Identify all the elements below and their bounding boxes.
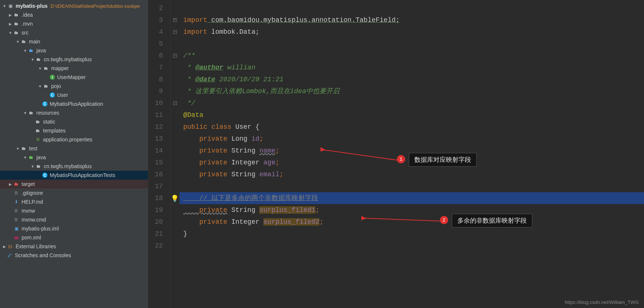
tree-folder-mvn[interactable]: ▶ 🖿 .mvn — [0, 19, 148, 28]
class-icon: C — [50, 92, 55, 98]
folder-icon: 🖿 — [13, 30, 19, 36]
folder-icon: 🖿 — [21, 39, 27, 45]
iml-file-icon: ▣ — [13, 226, 19, 232]
chevron-right-icon: ▶ — [8, 22, 13, 26]
fold-end-icon[interactable]: − — [173, 101, 177, 105]
interface-icon: I — [50, 75, 55, 80]
tree-file-appprops[interactable]: ⚙ application.properties — [0, 135, 148, 144]
code-editor[interactable]: 2 3 4 5 6 7 8 9 10 11 12 13 14 15 16 17 … — [148, 0, 644, 308]
file-icon: 🗎 — [13, 208, 19, 214]
tree-folder-templates[interactable]: 🖿 templates — [0, 126, 148, 135]
code-line: */ — [180, 97, 644, 109]
code-line: * @author willian — [180, 62, 644, 73]
tree-folder-pojo[interactable]: ▼ 🖿 pojo — [0, 82, 148, 91]
tree-folder-static[interactable]: 🖿 static — [0, 117, 148, 126]
chevron-right-icon: ▶ — [8, 13, 13, 17]
file-icon: 🗎 — [13, 217, 19, 223]
tree-folder-main[interactable]: ▼ 🖿 main — [0, 37, 148, 46]
chevron-down-icon: ▼ — [16, 146, 20, 151]
folder-icon: 🖿 — [35, 128, 41, 134]
scratches-icon: 🖉 — [7, 252, 13, 258]
tree-file-gitignore[interactable]: 🗎 .gitignore — [0, 189, 148, 197]
chevron-down-icon: ▼ — [38, 84, 42, 88]
class-icon: C — [42, 173, 47, 178]
code-line: private Long id; — [180, 133, 644, 145]
tree-folder-idea[interactable]: ▶ 🖿 .idea — [0, 10, 148, 19]
tree-folder-target[interactable]: ▶ 🖿 target — [0, 180, 148, 189]
chevron-down-icon: ▼ — [16, 39, 20, 44]
code-line — [180, 180, 644, 192]
code-line: // 以下是多余的两个非数据库映射字段 — [180, 192, 644, 204]
tree-file-help[interactable]: ⬇ HELP.md — [0, 197, 148, 206]
folder-icon: 🖿 — [13, 21, 19, 27]
tree-folder-mapper[interactable]: ▼ 🖿 mapper — [0, 64, 148, 73]
tree-external-libraries[interactable]: ▶ ⫿⫿ External Libraries — [0, 242, 148, 251]
fold-collapse-icon[interactable]: − — [173, 30, 177, 34]
chevron-down-icon: ▼ — [38, 66, 42, 71]
folder-icon: 🖿 — [35, 119, 41, 125]
module-icon: ▣ — [7, 3, 13, 9]
folder-icon: 🖿 — [13, 12, 19, 18]
code-line: * @date 2020/10/29 21:21 — [180, 73, 644, 85]
code-area[interactable]: import com.baomidou.mybatisplus.annotati… — [180, 0, 644, 308]
tree-class-user[interactable]: C User — [0, 91, 148, 99]
tree-file-iml[interactable]: ▣ mybatis-plus.iml — [0, 224, 148, 233]
tree-class-testclass[interactable]: C MybatisPlusApplicationTests — [0, 171, 148, 180]
test-src-folder-icon: 🖿 — [28, 154, 34, 160]
fold-column[interactable]: + − − − 💡 — [171, 0, 180, 308]
fold-expand-icon[interactable]: + — [173, 18, 177, 22]
file-icon: 🗎 — [13, 190, 19, 196]
fold-collapse-icon[interactable]: − — [173, 54, 177, 58]
tree-folder-java[interactable]: ▼ 🖿 java — [0, 46, 148, 55]
package-icon: 🖿 — [43, 83, 49, 89]
annotation-label-2: 多余的非数据库映射字段 — [452, 214, 532, 227]
src-folder-icon: 🖿 — [28, 47, 34, 53]
code-line: /** — [180, 50, 644, 62]
code-line — [180, 240, 644, 252]
project-name: mybatis-plus — [16, 3, 47, 9]
package-icon: 🖿 — [36, 163, 42, 169]
annotation-badge-1: 1 — [397, 155, 405, 163]
tree-class-app[interactable]: C MybatisPlusApplication — [0, 99, 148, 108]
tree-scratches[interactable]: 🖉 Scratches and Consoles — [0, 251, 148, 260]
annotation-badge-2: 2 — [440, 216, 448, 224]
resources-folder-icon: 🖿 — [28, 110, 34, 116]
excluded-folder-icon: 🖿 — [13, 181, 19, 187]
tree-package-test[interactable]: ▼ 🖿 cn.twgfs.mybatisplus — [0, 162, 148, 171]
code-line: private String email; — [180, 168, 644, 180]
chevron-down-icon: ▼ — [23, 111, 27, 115]
properties-file-icon: ⚙ — [35, 137, 41, 142]
tree-class-usermapper[interactable]: I UserMapper — [0, 73, 148, 82]
code-line: public class User { — [180, 121, 644, 133]
folder-icon: 🖿 — [21, 145, 27, 151]
project-path: D:\IDEAINStall\IdeaProject\dubbo-zookpe — [50, 3, 140, 9]
code-line: private Integer surplus_filed2; — [180, 216, 644, 228]
watermark: https://blog.csdn.net/William_TWG — [565, 299, 639, 305]
class-icon: C — [42, 101, 47, 107]
tree-file-mvnw[interactable]: 🗎 mvnw — [0, 206, 148, 215]
code-line: import lombok.Data; — [180, 26, 644, 38]
tree-folder-resources[interactable]: ▼ 🖿 resources — [0, 108, 148, 117]
tree-file-mvnwcmd[interactable]: 🗎 mvnw.cmd — [0, 215, 148, 224]
tree-project-root[interactable]: ▼ ▣ mybatis-plus D:\IDEAINStall\IdeaProj… — [0, 1, 148, 10]
chevron-down-icon: ▼ — [30, 57, 35, 62]
chevron-right-icon: ▶ — [8, 182, 13, 186]
tree-package[interactable]: ▼ 🖿 cn.twgfs.mybatisplus — [0, 55, 148, 64]
code-line: * 这里要引入依赖Lombok,而且在idea中也要开启 — [180, 85, 644, 97]
maven-file-icon: m — [13, 235, 19, 240]
annotation-label-1: 数据库对应映射字段 — [409, 153, 477, 167]
tree-folder-src[interactable]: ▼ 🖿 src — [0, 28, 148, 37]
code-line: @Data — [180, 109, 644, 121]
chevron-down-icon: ▼ — [30, 164, 35, 168]
chevron-down-icon: ▼ — [2, 4, 7, 8]
tree-folder-testjava[interactable]: ▼ 🖿 java — [0, 153, 148, 162]
chevron-down-icon: ▼ — [8, 30, 13, 35]
code-line: private String surplus_filed1; — [180, 204, 644, 216]
tree-folder-test[interactable]: ▼ 🖿 test — [0, 144, 148, 153]
libraries-icon: ⫿⫿ — [7, 243, 13, 249]
project-tree[interactable]: ▼ ▣ mybatis-plus D:\IDEAINStall\IdeaProj… — [0, 0, 148, 308]
intention-bulb-icon[interactable]: 💡 — [171, 194, 177, 201]
tree-file-pom[interactable]: m pom.xml — [0, 233, 148, 242]
chevron-down-icon: ▼ — [23, 48, 27, 53]
code-line: import com.baomidou.mybatisplus.annotati… — [180, 14, 644, 26]
